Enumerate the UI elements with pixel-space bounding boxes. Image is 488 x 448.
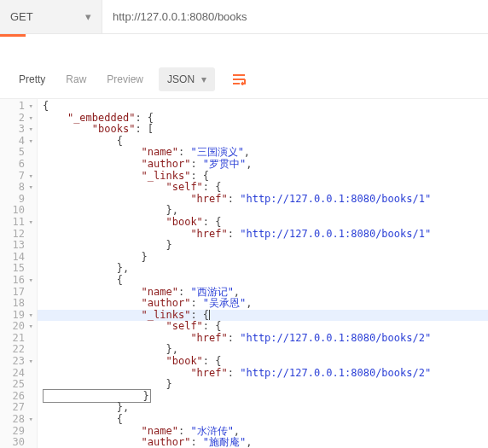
format-select[interactable]: JSON ▾ [159, 67, 215, 91]
code-line: "author": "施耐庵", [43, 437, 488, 448]
gutter-line[interactable]: 17 [0, 287, 35, 299]
http-method-select[interactable]: GET ▾ [0, 0, 102, 33]
code-line: { [43, 414, 488, 426]
chevron-down-icon: ▾ [85, 10, 91, 23]
code-line: "author": "吴承恩", [43, 298, 488, 310]
gutter-line[interactable]: 27 [0, 402, 35, 414]
gutter-line[interactable]: 1▾ [0, 101, 35, 113]
gutter-line[interactable]: 11▾ [0, 217, 35, 229]
gutter-line[interactable]: 15 [0, 263, 35, 275]
gutter-line[interactable]: 10 [0, 205, 35, 217]
wrap-icon [232, 73, 246, 85]
gutter-line[interactable]: 4▾ [0, 136, 35, 148]
code-line: } [43, 240, 488, 252]
request-bar: GET ▾ http://127.0.0.1:8080/books [0, 0, 488, 34]
gutter-line[interactable]: 7▾ [0, 171, 35, 183]
active-tab-underline [0, 34, 26, 37]
gutter-line[interactable]: 30 [0, 437, 35, 448]
code-line: "self": { [43, 182, 488, 194]
gutter-line[interactable]: 18 [0, 298, 35, 310]
gutter-line[interactable]: 2▾ [0, 113, 35, 125]
code-line: "author": "罗贯中", [43, 159, 488, 171]
gutter-line[interactable]: 9 [0, 194, 35, 206]
code-line: "self": { [43, 321, 488, 333]
gutter-line[interactable]: 21 [0, 333, 35, 345]
http-method-label: GET [10, 10, 33, 23]
code-line: }, [43, 402, 488, 414]
code-line: { [43, 275, 488, 287]
gutter-line[interactable]: 13 [0, 240, 35, 252]
chevron-down-icon: ▾ [201, 73, 206, 85]
code-line: { [43, 101, 488, 113]
url-text: http://127.0.0.1:8080/books [113, 10, 247, 23]
gutter-line[interactable]: 5 [0, 147, 35, 159]
gutter-line[interactable]: 8▾ [0, 182, 35, 194]
format-label: JSON [167, 73, 195, 85]
gutter-line[interactable]: 14 [0, 252, 35, 264]
line-gutter[interactable]: 1▾2▾3▾4▾567▾8▾91011▾1213141516▾171819▾20… [0, 99, 38, 448]
gutter-line[interactable]: 16▾ [0, 275, 35, 287]
gutter-line[interactable]: 25 [0, 379, 35, 391]
code-line: "books": [ [43, 124, 488, 136]
code-line: "name": "三国演义", [43, 147, 488, 159]
code-line: }, [43, 263, 488, 275]
gutter-line[interactable]: 6 [0, 159, 35, 171]
tab-raw[interactable]: Raw [55, 73, 96, 85]
code-line: }, [43, 205, 488, 217]
gutter-line[interactable]: 29 [0, 426, 35, 438]
code-line: "book": { [43, 217, 488, 229]
gutter-line[interactable]: 22 [0, 344, 35, 356]
response-editor: 1▾2▾3▾4▾567▾8▾91011▾1213141516▾171819▾20… [0, 98, 488, 448]
tab-preview[interactable]: Preview [96, 73, 154, 85]
gutter-line[interactable]: 23▾ [0, 356, 35, 368]
response-view-tabs: Pretty Raw Preview JSON ▾ [0, 62, 488, 96]
wrap-lines-button[interactable] [227, 67, 251, 91]
url-input[interactable]: http://127.0.0.1:8080/books [102, 0, 488, 33]
tab-pretty[interactable]: Pretty [9, 73, 55, 85]
code-line: "book": { [43, 356, 488, 368]
gutter-line[interactable]: 12 [0, 229, 35, 241]
gutter-line[interactable]: 3▾ [0, 124, 35, 136]
code-body[interactable]: { "_embedded": { "books": [ { "name": "三… [38, 99, 488, 448]
gutter-line[interactable]: 19▾ [0, 310, 35, 322]
gutter-line[interactable]: 20▾ [0, 321, 35, 333]
gutter-line[interactable]: 24 [0, 368, 35, 380]
gutter-line[interactable]: 26 [0, 391, 35, 403]
gutter-line[interactable]: 28▾ [0, 414, 35, 426]
